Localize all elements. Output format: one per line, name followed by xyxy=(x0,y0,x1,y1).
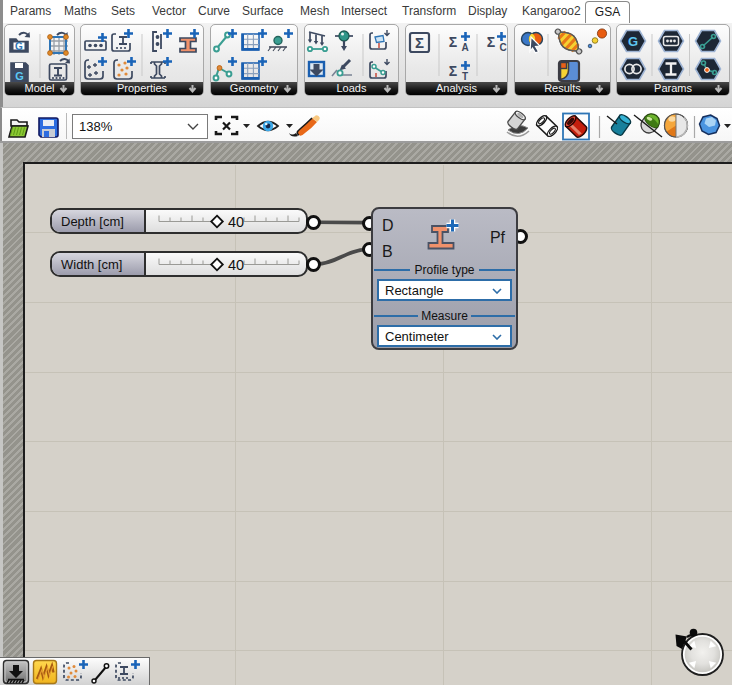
svg-text:40: 40 xyxy=(228,214,244,230)
svg-text:A: A xyxy=(461,42,468,53)
svg-text:Σ: Σ xyxy=(449,63,457,79)
svg-text:G: G xyxy=(15,41,23,52)
svg-text:C: C xyxy=(499,42,506,53)
svg-text:Σ: Σ xyxy=(487,34,495,50)
svg-text:Σ: Σ xyxy=(415,34,424,51)
svg-text:G: G xyxy=(628,34,638,49)
svg-text:G: G xyxy=(15,70,24,82)
svg-text:T: T xyxy=(462,71,468,82)
svg-text:Σ: Σ xyxy=(449,34,457,50)
svg-text:40: 40 xyxy=(228,257,244,273)
